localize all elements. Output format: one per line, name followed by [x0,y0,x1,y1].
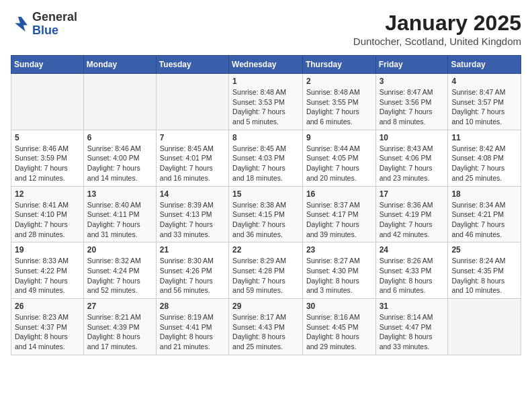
day-info: Sunrise: 8:47 AM Sunset: 3:57 PM Dayligh… [451,87,517,127]
day-info: Sunrise: 8:36 AM Sunset: 4:19 PM Dayligh… [380,200,445,240]
logo: General Blue [11,11,77,38]
day-info: Sunrise: 8:17 AM Sunset: 4:43 PM Dayligh… [232,312,299,352]
day-info: Sunrise: 8:41 AM Sunset: 4:10 PM Dayligh… [15,200,80,240]
day-number: 2 [306,77,372,86]
day-info: Sunrise: 8:33 AM Sunset: 4:22 PM Dayligh… [15,256,80,295]
day-number: 5 [15,133,80,142]
day-info: Sunrise: 8:39 AM Sunset: 4:13 PM Dayligh… [160,200,225,240]
day-number: 30 [306,302,372,311]
day-number: 29 [232,302,299,311]
day-number: 13 [87,189,152,199]
day-info: Sunrise: 8:23 AM Sunset: 4:37 PM Dayligh… [15,312,80,352]
calendar-cell: 12Sunrise: 8:41 AM Sunset: 4:10 PM Dayli… [11,186,84,242]
calendar-cell: 11Sunrise: 8:42 AM Sunset: 4:08 PM Dayli… [448,130,521,186]
logo-general: General [32,11,77,24]
weekday-header-saturday: Saturday [448,56,521,74]
calendar-cell: 18Sunrise: 8:34 AM Sunset: 4:21 PM Dayli… [448,186,521,242]
calendar-cell: 25Sunrise: 8:24 AM Sunset: 4:35 PM Dayli… [448,242,521,299]
calendar-cell: 23Sunrise: 8:27 AM Sunset: 4:30 PM Dayli… [302,242,375,299]
day-number: 16 [306,189,372,199]
day-info: Sunrise: 8:16 AM Sunset: 4:45 PM Dayligh… [306,312,372,352]
calendar-cell: 29Sunrise: 8:17 AM Sunset: 4:43 PM Dayli… [229,299,303,355]
day-number: 20 [87,245,152,255]
weekday-header-monday: Monday [83,56,156,74]
day-number: 11 [451,133,517,142]
calendar-table: SundayMondayTuesdayWednesdayThursdayFrid… [11,55,521,355]
day-number: 25 [451,245,517,255]
day-info: Sunrise: 8:24 AM Sunset: 4:35 PM Dayligh… [451,256,517,295]
day-number: 8 [232,133,299,142]
day-number: 19 [15,245,80,255]
day-info: Sunrise: 8:46 AM Sunset: 4:00 PM Dayligh… [87,144,152,183]
day-number: 17 [380,189,445,199]
calendar-cell: 7Sunrise: 8:45 AM Sunset: 4:01 PM Daylig… [156,130,228,186]
calendar-cell: 17Sunrise: 8:36 AM Sunset: 4:19 PM Dayli… [375,186,448,242]
calendar-cell: 2Sunrise: 8:48 AM Sunset: 3:55 PM Daylig… [302,74,375,130]
day-number: 23 [306,245,372,255]
calendar-cell: 30Sunrise: 8:16 AM Sunset: 4:45 PM Dayli… [302,299,375,355]
day-info: Sunrise: 8:44 AM Sunset: 4:05 PM Dayligh… [306,144,372,183]
calendar-week-row: 12Sunrise: 8:41 AM Sunset: 4:10 PM Dayli… [11,186,521,242]
day-info: Sunrise: 8:38 AM Sunset: 4:15 PM Dayligh… [232,200,299,240]
day-info: Sunrise: 8:40 AM Sunset: 4:11 PM Dayligh… [87,200,152,240]
calendar-cell: 4Sunrise: 8:47 AM Sunset: 3:57 PM Daylig… [448,74,521,130]
day-info: Sunrise: 8:27 AM Sunset: 4:30 PM Dayligh… [306,256,372,295]
calendar-week-row: 1Sunrise: 8:48 AM Sunset: 3:53 PM Daylig… [11,74,521,130]
day-info: Sunrise: 8:30 AM Sunset: 4:26 PM Dayligh… [160,256,225,295]
svg-marker-0 [15,17,28,32]
day-number: 3 [380,77,445,86]
calendar-cell: 27Sunrise: 8:21 AM Sunset: 4:39 PM Dayli… [83,299,156,355]
day-info: Sunrise: 8:32 AM Sunset: 4:24 PM Dayligh… [87,256,152,295]
calendar-cell: 5Sunrise: 8:46 AM Sunset: 3:59 PM Daylig… [11,130,84,186]
day-info: Sunrise: 8:47 AM Sunset: 3:56 PM Dayligh… [380,87,445,127]
day-number: 14 [160,189,225,199]
day-info: Sunrise: 8:42 AM Sunset: 4:08 PM Dayligh… [451,144,517,183]
day-info: Sunrise: 8:48 AM Sunset: 3:55 PM Dayligh… [306,87,372,127]
calendar-cell: 15Sunrise: 8:38 AM Sunset: 4:15 PM Dayli… [229,186,303,242]
day-info: Sunrise: 8:48 AM Sunset: 3:53 PM Dayligh… [232,87,299,127]
calendar-cell: 24Sunrise: 8:26 AM Sunset: 4:33 PM Dayli… [375,242,448,299]
weekday-header-tuesday: Tuesday [156,56,228,74]
calendar-cell: 26Sunrise: 8:23 AM Sunset: 4:37 PM Dayli… [11,299,84,355]
title-block: January 2025 Duntocher, Scotland, United… [353,11,521,47]
calendar-cell: 28Sunrise: 8:19 AM Sunset: 4:41 PM Dayli… [156,299,228,355]
day-info: Sunrise: 8:45 AM Sunset: 4:03 PM Dayligh… [232,144,299,183]
day-info: Sunrise: 8:45 AM Sunset: 4:01 PM Dayligh… [160,144,225,183]
day-number: 31 [380,302,445,311]
day-number: 21 [160,245,225,255]
weekday-header-thursday: Thursday [302,56,375,74]
day-number: 9 [306,133,372,142]
calendar-cell: 21Sunrise: 8:30 AM Sunset: 4:26 PM Dayli… [156,242,228,299]
day-info: Sunrise: 8:14 AM Sunset: 4:47 PM Dayligh… [380,312,445,352]
day-info: Sunrise: 8:21 AM Sunset: 4:39 PM Dayligh… [87,312,152,352]
page-header: General Blue January 2025 Duntocher, Sco… [11,11,521,47]
calendar-week-row: 19Sunrise: 8:33 AM Sunset: 4:22 PM Dayli… [11,242,521,299]
day-number: 15 [232,189,299,199]
calendar-cell: 16Sunrise: 8:37 AM Sunset: 4:17 PM Dayli… [302,186,375,242]
calendar-cell: 13Sunrise: 8:40 AM Sunset: 4:11 PM Dayli… [83,186,156,242]
day-number: 27 [87,302,152,311]
calendar-cell [83,74,156,130]
calendar-cell: 3Sunrise: 8:47 AM Sunset: 3:56 PM Daylig… [375,74,448,130]
calendar-cell: 20Sunrise: 8:32 AM Sunset: 4:24 PM Dayli… [83,242,156,299]
day-info: Sunrise: 8:37 AM Sunset: 4:17 PM Dayligh… [306,200,372,240]
day-number: 18 [451,189,517,199]
calendar-header-row: SundayMondayTuesdayWednesdayThursdayFrid… [11,56,521,74]
calendar-cell: 8Sunrise: 8:45 AM Sunset: 4:03 PM Daylig… [229,130,303,186]
day-number: 12 [15,189,80,199]
weekday-header-sunday: Sunday [11,56,84,74]
day-number: 7 [160,133,225,142]
day-info: Sunrise: 8:26 AM Sunset: 4:33 PM Dayligh… [380,256,445,295]
logo-blue: Blue [32,24,77,38]
logo-icon [11,15,30,34]
day-number: 1 [232,77,299,86]
day-info: Sunrise: 8:46 AM Sunset: 3:59 PM Dayligh… [15,144,80,183]
calendar-cell [156,74,228,130]
calendar-cell: 22Sunrise: 8:29 AM Sunset: 4:28 PM Dayli… [229,242,303,299]
calendar-cell [11,74,84,130]
calendar-cell: 14Sunrise: 8:39 AM Sunset: 4:13 PM Dayli… [156,186,228,242]
calendar-week-row: 5Sunrise: 8:46 AM Sunset: 3:59 PM Daylig… [11,130,521,186]
calendar-cell: 19Sunrise: 8:33 AM Sunset: 4:22 PM Dayli… [11,242,84,299]
day-number: 4 [451,77,517,86]
day-number: 10 [380,133,445,142]
